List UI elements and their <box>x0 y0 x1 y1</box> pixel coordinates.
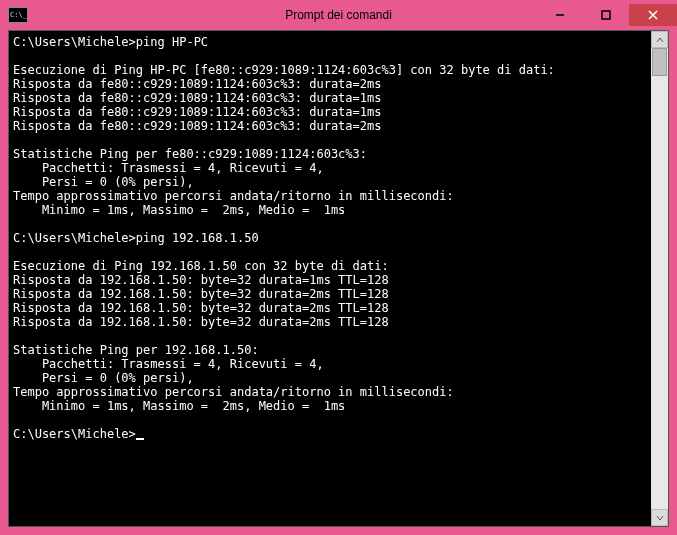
scroll-track[interactable] <box>651 48 668 509</box>
prompt-path: C:\Users\Michele> <box>13 427 136 441</box>
titlebar[interactable]: Prompt dei comandi <box>0 0 677 30</box>
maximize-icon <box>601 10 611 20</box>
scroll-up-button[interactable] <box>651 31 668 48</box>
output-line: Risposta da fe80::c929:1089:1124:603c%3:… <box>13 77 381 91</box>
close-icon <box>648 10 658 20</box>
minimize-button[interactable] <box>537 4 583 26</box>
window-controls <box>537 4 677 26</box>
output-line: Statistiche Ping per fe80::c929:1089:112… <box>13 147 367 161</box>
close-button[interactable] <box>629 4 677 26</box>
output-line: Persi = 0 (0% persi), <box>13 175 194 189</box>
svg-rect-1 <box>602 11 610 19</box>
output-line: Minimo = 1ms, Massimo = 2ms, Medio = 1ms <box>13 399 345 413</box>
output-line: Persi = 0 (0% persi), <box>13 371 194 385</box>
output-line: Risposta da 192.168.1.50: byte=32 durata… <box>13 315 389 329</box>
scroll-down-button[interactable] <box>651 509 668 526</box>
chevron-up-icon <box>656 37 664 43</box>
output-line: Tempo approssimativo percorsi andata/rit… <box>13 189 454 203</box>
window-title: Prompt dei comandi <box>285 8 392 22</box>
output-line: Risposta da 192.168.1.50: byte=32 durata… <box>13 287 389 301</box>
chevron-down-icon <box>656 515 664 521</box>
output-line: Risposta da fe80::c929:1089:1124:603c%3:… <box>13 91 381 105</box>
vertical-scrollbar[interactable] <box>651 31 668 526</box>
output-line: Risposta da fe80::c929:1089:1124:603c%3:… <box>13 105 381 119</box>
scroll-thumb[interactable] <box>652 48 667 76</box>
prompt-path: C:\Users\Michele> <box>13 231 136 245</box>
app-icon <box>8 7 28 23</box>
output-line: Risposta da 192.168.1.50: byte=32 durata… <box>13 301 389 315</box>
prompt-line: C:\Users\Michele>ping 192.168.1.50 <box>13 231 259 245</box>
prompt-line: C:\Users\Michele>ping HP-PC <box>13 35 208 49</box>
maximize-button[interactable] <box>583 4 629 26</box>
prompt-line: C:\Users\Michele> <box>13 427 144 441</box>
output-line: Risposta da 192.168.1.50: byte=32 durata… <box>13 273 389 287</box>
output-line: Risposta da fe80::c929:1089:1124:603c%3:… <box>13 119 381 133</box>
output-line: Tempo approssimativo percorsi andata/rit… <box>13 385 454 399</box>
output-line: Statistiche Ping per 192.168.1.50: <box>13 343 259 357</box>
output-line: Pacchetti: Trasmessi = 4, Ricevuti = 4, <box>13 357 324 371</box>
output-line: Esecuzione di Ping 192.168.1.50 con 32 b… <box>13 259 389 273</box>
prompt-command: ping HP-PC <box>136 35 208 49</box>
terminal-output[interactable]: C:\Users\Michele>ping HP-PC Esecuzione d… <box>9 31 651 526</box>
output-line: Esecuzione di Ping HP-PC [fe80::c929:108… <box>13 63 555 77</box>
prompt-path: C:\Users\Michele> <box>13 35 136 49</box>
minimize-icon <box>555 10 565 20</box>
output-line: Pacchetti: Trasmessi = 4, Ricevuti = 4, <box>13 161 324 175</box>
cursor-icon <box>136 438 144 440</box>
output-line: Minimo = 1ms, Massimo = 2ms, Medio = 1ms <box>13 203 345 217</box>
prompt-command: ping 192.168.1.50 <box>136 231 259 245</box>
content-area: C:\Users\Michele>ping HP-PC Esecuzione d… <box>8 30 669 527</box>
command-prompt-window: Prompt dei comandi C:\Users\Michele>ping… <box>0 0 677 535</box>
